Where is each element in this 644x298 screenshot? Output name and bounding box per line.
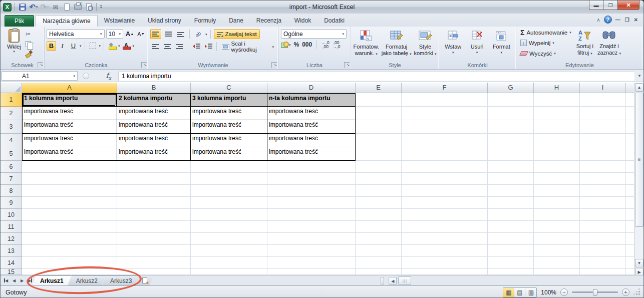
cell-A9[interactable] [22, 197, 117, 209]
undo-icon[interactable]: ↶▾ [29, 3, 38, 12]
fill-handle[interactable] [115, 105, 117, 107]
cell-H4[interactable] [534, 134, 580, 147]
cell-A3[interactable]: importowana treść [22, 120, 117, 134]
workbook-close-icon[interactable]: ✕ [634, 17, 638, 23]
scroll-up-icon[interactable]: ▲ [635, 83, 643, 92]
cell-I7[interactable] [580, 173, 626, 185]
cell-C15[interactable] [191, 269, 267, 275]
row-header-8[interactable]: 8 [1, 185, 22, 197]
cell-F13[interactable] [402, 245, 488, 257]
workbook-restore-icon[interactable]: ❐ [625, 17, 630, 23]
cell-B10[interactable] [117, 209, 191, 221]
vertical-scroll-thumb[interactable] [635, 93, 643, 227]
cell-F5[interactable] [402, 147, 488, 161]
cell-A7[interactable] [22, 173, 117, 185]
cell-H10[interactable] [534, 209, 580, 221]
cell-F15[interactable] [402, 269, 488, 275]
cell-D12[interactable] [267, 233, 356, 245]
row-header-12[interactable]: 12 [1, 233, 22, 245]
cell-G3[interactable] [488, 120, 534, 134]
column-header-A[interactable]: A [22, 83, 117, 93]
next-sheet-icon[interactable]: ▶ [19, 277, 26, 284]
borders-button[interactable] [88, 41, 98, 51]
font-name-select[interactable]: Helvetica▾ [47, 29, 105, 39]
cell-E10[interactable] [356, 209, 402, 221]
column-header-D[interactable]: D [267, 83, 356, 93]
tab-formulas[interactable]: Formuły [188, 15, 222, 27]
clear-button[interactable]: Wyczyść▾ [520, 49, 571, 58]
grow-font-button[interactable]: A▲ [125, 29, 135, 39]
page-layout-view-button[interactable]: ▤ [514, 288, 525, 297]
cell-E2[interactable] [356, 107, 402, 120]
quick-print-icon[interactable] [73, 3, 82, 12]
cell-E11[interactable] [356, 221, 402, 233]
tab-file[interactable]: Plik [5, 15, 34, 27]
help-icon[interactable]: ? [604, 16, 612, 24]
cell-D8[interactable] [267, 185, 356, 197]
sheet-tab-arkusz3[interactable]: Arkusz3 [102, 275, 140, 285]
workbook-minimize-icon[interactable]: — [615, 17, 621, 23]
cell-I3[interactable] [580, 120, 626, 134]
cell-D3[interactable]: importowana treść [267, 120, 356, 134]
cell-E12[interactable] [356, 233, 402, 245]
decrease-decimal-button[interactable]: ,00→,0 [333, 41, 341, 49]
cell-H5[interactable] [534, 147, 580, 161]
zoom-out-button[interactable]: − [560, 288, 568, 296]
scroll-down-icon[interactable]: ▼ [635, 259, 643, 267]
sort-filter-button[interactable]: AZ Sortuj i filtruj ▾ [576, 28, 593, 61]
cell-A14[interactable] [22, 257, 117, 269]
cell-E15[interactable] [356, 269, 402, 275]
column-header-G[interactable]: G [488, 83, 534, 93]
cell-H15[interactable] [534, 269, 580, 275]
tab-addins[interactable]: Dodatki [317, 15, 351, 27]
row-header-1[interactable]: 1 [1, 93, 22, 107]
cell-C6[interactable] [191, 161, 267, 173]
cell-E7[interactable] [356, 173, 402, 185]
cell-D10[interactable] [267, 209, 356, 221]
font-size-select[interactable]: 10▾ [106, 29, 123, 39]
resize-grip[interactable] [634, 289, 640, 295]
cell-F9[interactable] [402, 197, 488, 209]
cell-A13[interactable] [22, 245, 117, 257]
cell-D13[interactable] [267, 245, 356, 257]
cell-G14[interactable] [488, 257, 534, 269]
cell-H8[interactable] [534, 185, 580, 197]
insert-cells-button[interactable]: Wstaw ▾ [445, 29, 461, 61]
cell-G8[interactable] [488, 185, 534, 197]
increase-indent-button[interactable] [203, 42, 214, 52]
column-header-C[interactable]: C [191, 83, 267, 93]
tab-view[interactable]: Widok [288, 15, 317, 27]
cell-C2[interactable]: importowana treść [191, 107, 267, 120]
cell-A4[interactable]: importowana treść [22, 134, 117, 147]
cell-I11[interactable] [580, 221, 626, 233]
cell-C9[interactable] [191, 197, 267, 209]
cell-G7[interactable] [488, 173, 534, 185]
cell-A1[interactable]: 1 kolumna importu [22, 93, 117, 107]
currency-button[interactable]: ▾ [281, 42, 291, 48]
cell-C8[interactable] [191, 185, 267, 197]
autosum-button[interactable]: ΣAutosumowanie▾ [520, 28, 571, 37]
cell-B1[interactable]: 2 kolumna importu [117, 93, 191, 107]
row-header-5[interactable]: 5 [1, 147, 22, 161]
cell-G5[interactable] [488, 147, 534, 161]
delete-cells-button[interactable]: Usuń ▾ [471, 29, 484, 61]
cell-I10[interactable] [580, 209, 626, 221]
cell-H6[interactable] [534, 161, 580, 173]
dialog-launcher-icon[interactable]: ↘ [344, 62, 350, 68]
fill-color-button[interactable] [107, 41, 117, 51]
cell-H3[interactable] [534, 120, 580, 134]
cell-A12[interactable] [22, 233, 117, 245]
cell-I12[interactable] [580, 233, 626, 245]
row-header-9[interactable]: 9 [1, 197, 22, 209]
cut-button[interactable]: ✂ [26, 30, 34, 38]
cell-I1[interactable] [580, 93, 626, 107]
increase-decimal-button[interactable]: ←,0,00 [321, 41, 330, 49]
cell-D6[interactable] [267, 161, 356, 173]
print-preview-icon[interactable] [84, 3, 93, 12]
cell-G11[interactable] [488, 221, 534, 233]
zoom-slider-thumb[interactable] [593, 289, 597, 295]
row-header-15[interactable]: 15 [1, 269, 22, 275]
column-header-H[interactable]: H [534, 83, 580, 93]
shrink-font-button[interactable]: A▼ [136, 29, 146, 39]
cell-D15[interactable] [267, 269, 356, 275]
